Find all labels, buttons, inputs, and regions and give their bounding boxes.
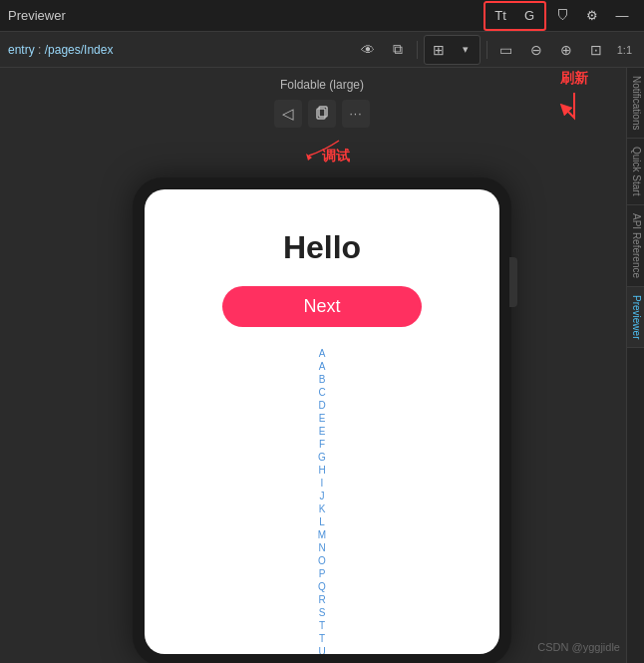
- debug-annotation: 调试: [294, 136, 354, 169]
- toolbar-right: 👁 ⧉ ⊞ ▾ ▭ ⊖ ⊕ ⊡ 1:1: [355, 35, 636, 65]
- device-wrapper: Foldable (large) ◁ ···: [133, 78, 511, 663]
- rotate-button[interactable]: [308, 100, 336, 128]
- toolbar: entry : /pages/Index 👁 ⧉ ⊞ ▾ ▭ ⊖ ⊕ ⊡ 1:1: [0, 32, 644, 68]
- alpha-item: I: [321, 477, 324, 490]
- separator2: [486, 41, 487, 59]
- alpha-item: P: [319, 567, 326, 580]
- app-title: Previewer: [8, 8, 66, 23]
- left-panel: 刷新 Foldable (large) ◁: [0, 68, 644, 663]
- alpha-item: E: [319, 425, 326, 438]
- tab-api-reference[interactable]: API Reference: [627, 205, 644, 287]
- more-button[interactable]: ···: [342, 100, 370, 128]
- ratio-label: 1:1: [613, 37, 636, 63]
- alpha-item: J: [319, 490, 324, 502]
- alpha-item: A: [319, 347, 326, 360]
- alpha-item: R: [318, 593, 325, 606]
- tab-previewer[interactable]: Previewer: [627, 287, 644, 348]
- alpha-item: G: [318, 451, 326, 464]
- refresh-annotation: 刷新: [559, 70, 589, 128]
- alpha-item: A: [319, 360, 326, 373]
- alpha-item: L: [319, 515, 325, 528]
- alpha-item: H: [318, 464, 325, 477]
- alpha-item: D: [318, 399, 325, 412]
- layout-group: ⊞ ▾: [424, 35, 481, 65]
- highlight-box: Tt G: [483, 1, 546, 31]
- alpha-item: K: [319, 502, 326, 515]
- device-side-button: [509, 257, 517, 307]
- svg-marker-2: [306, 154, 312, 161]
- title-bar: Previewer Tt G ⛉ ⚙ —: [0, 0, 644, 32]
- device-controls: ◁ ···: [274, 100, 370, 128]
- alpha-item: C: [318, 386, 325, 399]
- device-frame: Hello Next AABCDEEFGHIJKLMNOPQRSTTUVWXYZ: [133, 177, 511, 663]
- device-screen: Hello Next AABCDEEFGHIJKLMNOPQRSTTUVWXYZ: [145, 189, 499, 654]
- alpha-item: U: [318, 645, 325, 654]
- alpha-item: N: [318, 541, 325, 554]
- fit-button[interactable]: ⊡: [583, 37, 609, 63]
- alpha-item: E: [319, 412, 326, 425]
- alpha-item: O: [318, 554, 326, 567]
- alpha-item: M: [318, 528, 326, 541]
- device-controls-wrapper: ◁ ··· 调试: [274, 100, 370, 140]
- entry-path: entry : /pages/Index: [8, 43, 351, 57]
- separator: [417, 41, 418, 59]
- zoom-out-button[interactable]: ⊖: [523, 37, 549, 63]
- zoom-in-button[interactable]: ⊕: [553, 37, 579, 63]
- tab-notifications[interactable]: Notifications: [627, 68, 644, 139]
- back-button[interactable]: ◁: [274, 100, 302, 128]
- g-button[interactable]: G: [515, 4, 543, 28]
- refresh-arrow-svg: [559, 88, 589, 128]
- filter-button[interactable]: ⛉: [548, 4, 576, 28]
- gear-button[interactable]: ⚙: [578, 4, 606, 28]
- alpha-item: Q: [318, 580, 326, 593]
- debug-arrow-svg: [294, 136, 354, 166]
- grid-button[interactable]: ⊞: [426, 37, 452, 63]
- next-button[interactable]: Next: [222, 286, 422, 327]
- eye-button[interactable]: 👁: [355, 37, 381, 63]
- alpha-item: S: [319, 606, 326, 619]
- rotate-icon: [314, 106, 330, 122]
- main-area: 刷新 Foldable (large) ◁: [0, 68, 644, 663]
- title-controls: Tt G ⛉ ⚙ —: [483, 1, 636, 31]
- frame-button[interactable]: ▭: [493, 37, 519, 63]
- alpha-item: F: [319, 438, 325, 451]
- right-panel: Notifications Quick Start API Reference …: [626, 68, 644, 663]
- alpha-item: T: [319, 619, 325, 632]
- chevron-button[interactable]: ▾: [453, 37, 479, 63]
- tt-button[interactable]: Tt: [486, 4, 514, 28]
- alpha-item: B: [319, 373, 326, 386]
- minimize-button[interactable]: —: [608, 4, 636, 28]
- alphabet-list: AABCDEEFGHIJKLMNOPQRSTTUVWXYZ: [317, 347, 326, 654]
- alpha-item: T: [319, 632, 325, 645]
- device-label: Foldable (large): [280, 78, 364, 92]
- hello-heading: Hello: [283, 229, 361, 266]
- csdn-watermark: CSDN @yggjidle: [537, 641, 620, 653]
- tab-quickstart[interactable]: Quick Start: [627, 139, 644, 204]
- layers-button[interactable]: ⧉: [385, 37, 411, 63]
